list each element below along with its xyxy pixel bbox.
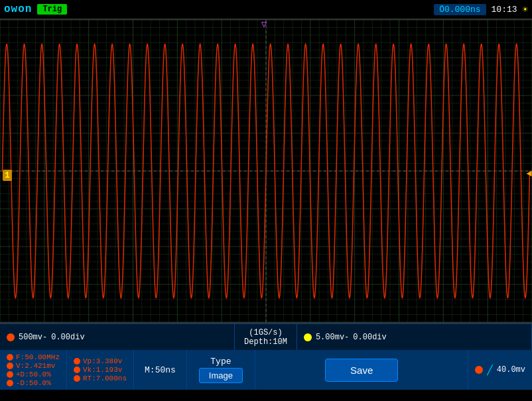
- ch2-info: 5.00mv- 0.00div: [297, 324, 532, 350]
- meas-f: F:50.00MHz: [16, 353, 60, 361]
- meas-row-rt: RT:7.000ns: [74, 374, 127, 382]
- ch1-voltage: 500mv-: [19, 333, 47, 342]
- meas-row-pd: +D:50.0%: [7, 371, 60, 378]
- meas-dot-rt: [74, 375, 80, 382]
- meas-pd: +D:50.0%: [16, 371, 51, 378]
- meas-row-nd: -D:50.0%: [7, 379, 60, 387]
- trigger-slope-icon: ╱: [487, 365, 492, 376]
- meas-row-v: V:2.421mv: [7, 362, 60, 370]
- type-label: Type: [210, 357, 231, 367]
- ch1-marker: 1: [3, 170, 12, 181]
- trig-level-marker: ◄: [527, 168, 532, 179]
- measurements-block1: F:50.00MHz V:2.421mv +D:50.0% -D:50.0%: [0, 350, 67, 390]
- save-block[interactable]: Save: [255, 350, 468, 390]
- ch1-dot: [7, 333, 15, 341]
- save-button[interactable]: Save: [325, 359, 398, 382]
- type-image-block[interactable]: Type Image: [187, 350, 255, 390]
- meas-dot-vp: [74, 358, 80, 365]
- sample-rate: (1GS/s): [249, 328, 282, 337]
- ch2-dot: [304, 333, 312, 341]
- ch1-offset: 0.00div: [51, 333, 84, 342]
- trigger-value: 40.0mv: [497, 365, 525, 374]
- meas-dot-nd: [7, 380, 13, 386]
- meas-dot-pd: [7, 371, 13, 378]
- meas-rt: RT:7.000ns: [83, 374, 127, 382]
- waveform-svg: [0, 20, 532, 322]
- scope-screen: ▽ 1 ◄: [0, 19, 532, 323]
- sun-icon: ☀: [523, 4, 528, 15]
- measurements-block2: Vp:3.380v Vk:1.193v RT:7.000ns: [67, 350, 134, 390]
- info-bar1: 500mv- 0.00div (1GS/s) Depth:10M 5.00mv-…: [0, 323, 532, 350]
- image-button[interactable]: Image: [199, 368, 243, 383]
- top-bar: owon Trig Ö0.000ns 10:13 ☀: [0, 0, 532, 19]
- ch2-offset: 0.00div: [353, 333, 386, 342]
- meas-row-f: F:50.00MHz: [7, 353, 60, 361]
- time-offset: Ö0.000ns: [434, 4, 486, 15]
- trigger-marker: ▽: [261, 20, 267, 29]
- meas-row-vp: Vp:3.380v: [74, 357, 127, 365]
- info-bar2: F:50.00MHz V:2.421mv +D:50.0% -D:50.0% V…: [0, 350, 532, 390]
- trigger-ch-dot: [475, 366, 483, 374]
- meas-nd: -D:50.0%: [16, 379, 51, 387]
- timebase-value: M:50ns: [145, 365, 176, 375]
- meas-row-vk: Vk:1.193v: [74, 366, 127, 374]
- meas-dot-f: [7, 354, 13, 361]
- meas-v: V:2.421mv: [16, 362, 55, 370]
- meas-dot-v: [7, 363, 13, 369]
- depth: Depth:10M: [244, 337, 287, 347]
- timebase-block: M:50ns: [134, 350, 187, 390]
- meas-dot-vk: [74, 367, 80, 373]
- trigger-info: ╱ 40.0mv: [468, 350, 532, 390]
- ch2-voltage: 5.00mv-: [316, 333, 349, 342]
- meas-vk: Vk:1.193v: [83, 366, 122, 374]
- meas-vp: Vp:3.380v: [83, 357, 122, 365]
- clock: 10:13: [492, 5, 517, 15]
- brand-logo: owon: [4, 3, 32, 15]
- sample-info: (1GS/s) Depth:10M: [235, 324, 297, 350]
- ch1-info: 500mv- 0.00div: [0, 324, 235, 350]
- trig-badge: Trig: [37, 4, 67, 15]
